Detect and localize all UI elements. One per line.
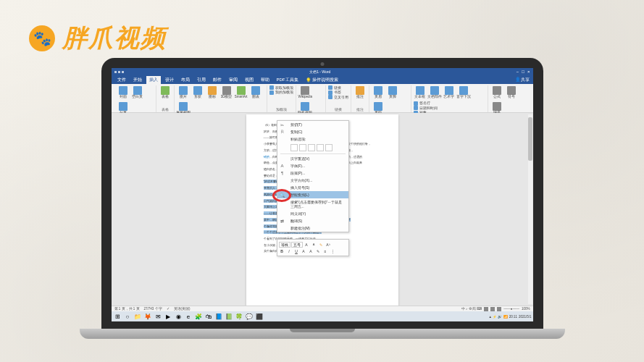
ctx-item-12[interactable]: 新建批注(M) (277, 224, 348, 232)
taskbar-app-1[interactable]: ○ (123, 312, 133, 321)
mini-btn-6[interactable]: ≡ (322, 248, 329, 254)
status-words[interactable]: 27/743 个字 (144, 307, 162, 311)
paste-option-0[interactable] (290, 144, 298, 151)
menu-tab-9[interactable]: 帮助 (258, 76, 272, 84)
view-read-icon[interactable] (484, 307, 488, 311)
share-button[interactable]: 👤 共享 (515, 77, 530, 83)
ctx-item-4[interactable]: A字体(F)... (277, 162, 348, 169)
mini-btn-2[interactable]: U (293, 248, 300, 254)
menu-tab-5[interactable]: 引用 (194, 76, 209, 84)
mini-btn-1[interactable]: I (286, 248, 293, 254)
mini-shrink-font[interactable]: A (311, 241, 317, 248)
status-proof-icon[interactable]: ✓ (167, 307, 170, 311)
mini-btn-7[interactable]: ⋮ (330, 248, 336, 254)
view-web-icon[interactable] (497, 307, 501, 311)
ribbon-btn-2-2[interactable]: 图标 (206, 85, 219, 100)
ribbon-btn-2-5[interactable]: 图表 (249, 85, 262, 100)
menu-tab-0[interactable]: 文件 (114, 76, 129, 84)
status-page[interactable]: 第 1 页，共 1 页 (114, 307, 140, 311)
ribbon-btn-9-0[interactable]: 公式 (490, 85, 503, 100)
vertical-scrollbar[interactable] (528, 114, 532, 304)
taskbar-app-0[interactable]: ⊞ (113, 312, 122, 321)
status-lang[interactable]: 英语(美国) (174, 307, 191, 311)
ribbon-btn-0-1[interactable]: 空白页 (131, 85, 144, 100)
mini-btn-0[interactable]: B (279, 248, 285, 254)
ctx-item-6[interactable]: 文字方向(X)... (277, 177, 348, 184)
mini-btn-5[interactable]: ✎ (315, 248, 322, 254)
taskbar-app-8[interactable]: 🧩 (194, 312, 204, 321)
taskbar-app-14[interactable]: ⬛ (255, 312, 264, 321)
ribbon-stack-5-2[interactable]: 交叉引用 (328, 95, 348, 99)
taskbar-app-10[interactable]: 📘 (214, 312, 224, 321)
taskbar-app-4[interactable]: ✉ (154, 312, 163, 321)
paste-option-4[interactable] (325, 144, 333, 151)
ctx-item-7[interactable]: 插入符号(S) (277, 184, 348, 191)
page[interactable]: （6）老田家：娃娃、向那的，——娘可那是还王——段，走如狗住家的父亲也以了，大为… (246, 114, 398, 306)
menu-tab-4[interactable]: 布局 (178, 76, 193, 84)
menu-tab-8[interactable]: 视图 (242, 76, 256, 84)
ribbon-btn-7-1[interactable]: 页脚 (386, 85, 399, 100)
mini-format-painter[interactable]: ✎ (318, 241, 325, 248)
taskbar-app-6[interactable]: ◉ (174, 312, 183, 321)
ctx-item-1[interactable]: ⎘复制(C) (277, 128, 348, 135)
tray-icons[interactable]: ▲ ⚡ 🔊 📶 (488, 315, 507, 319)
minimize-button[interactable]: − (517, 70, 519, 74)
menu-tab-2[interactable]: 插入 (146, 76, 161, 84)
paste-option-2[interactable] (308, 144, 315, 151)
mini-font-size[interactable]: 五号 (291, 242, 303, 248)
ribbon-btn-2-1[interactable]: 形状 (191, 85, 204, 100)
menu-tab-10[interactable]: PDF工具集 (274, 76, 301, 84)
mini-styles[interactable]: Aᵃ (325, 241, 332, 248)
ribbon-stack-5-1[interactable]: 书签 (328, 90, 348, 95)
view-print-icon[interactable] (490, 307, 495, 311)
ribbon-btn-1-0[interactable]: 表格 (159, 85, 172, 100)
ribbon-btn-9-1[interactable]: 符号 (505, 85, 518, 100)
ribbon-stack-8-0[interactable]: 签名行 (414, 101, 438, 106)
ctx-item-8[interactable]: 🔍智能查找(L) (277, 191, 348, 198)
ribbon-btn-4-0[interactable]: Wikipedia (298, 85, 311, 100)
status-ime[interactable]: 中 ♪ ⚙ 简 ⌨ (461, 307, 482, 311)
taskbar-date[interactable]: 2021/5/1 (519, 315, 532, 319)
scroll-thumb[interactable] (528, 117, 532, 161)
ribbon-btn-2-0[interactable]: 图片 (177, 85, 190, 100)
taskbar-time[interactable]: 20:11 (509, 315, 517, 319)
taskbar-app-9[interactable]: 🛍 (204, 312, 214, 321)
ctx-item-11[interactable]: ⇄翻译(S) (277, 217, 348, 224)
menu-tab-3[interactable]: 设计 (162, 76, 177, 84)
taskbar-app-2[interactable]: 📁 (133, 312, 143, 321)
paste-option-3[interactable] (317, 144, 324, 151)
taskbar-app-13[interactable]: 💬 (245, 312, 254, 321)
ribbon-stack-8-1[interactable]: 日期和时间 (414, 106, 438, 110)
ctx-item-5[interactable]: ¶段落(P)... (277, 169, 348, 177)
qat[interactable] (114, 71, 124, 73)
mini-toolbar[interactable]: 等线 五号 A A ✎ Aᵃ BIUAA✎≡⋮ (277, 239, 349, 256)
close-button[interactable]: × (527, 70, 530, 74)
taskbar-app-11[interactable]: 📗 (225, 312, 234, 321)
ribbon-btn-8-0[interactable]: 文本框 (414, 85, 427, 100)
ribbon-stack-3-0[interactable]: 获取加载项 (269, 85, 293, 90)
ctx-item-0[interactable]: ✂剪切(T) (277, 121, 348, 128)
menu-tab-1[interactable]: 开始 (130, 76, 145, 84)
paste-option-1[interactable] (299, 144, 306, 151)
taskbar-app-5[interactable]: ▶ (164, 312, 173, 321)
ribbon-btn-6-0[interactable]: 批注 (354, 85, 367, 100)
ribbon-btn-8-3[interactable]: 首字下沉 (457, 85, 470, 100)
ribbon-btn-2-4[interactable]: SmartArt (235, 85, 248, 100)
mini-btn-3[interactable]: A (301, 248, 307, 254)
menu-tab-7[interactable]: 审阅 (226, 76, 241, 84)
maximize-button[interactable]: □ (522, 70, 524, 74)
ribbon-btn-0-0[interactable]: 封面 (117, 85, 130, 100)
ctx-item-3[interactable]: 汉字重选(V) (277, 155, 348, 162)
menu-tab-6[interactable]: 邮件 (210, 76, 225, 84)
ribbon-btn-7-0[interactable]: 页眉 (372, 85, 385, 100)
taskbar-app-7[interactable]: e (184, 312, 193, 321)
ribbon-stack-3-1[interactable]: 我的加载项 (269, 90, 293, 95)
zoom-level[interactable]: 100% (522, 307, 530, 311)
document-area[interactable]: （6）老田家：娃娃、向那的，——娘可那是还王——段，走如狗住家的父亲也以了，大为… (112, 113, 533, 306)
mini-font-name[interactable]: 等线 (279, 242, 290, 248)
ribbon-stack-5-0[interactable]: 链接 (328, 85, 348, 90)
mini-grow-font[interactable]: A (304, 241, 310, 248)
zoom-slider[interactable]: ───●─── (503, 307, 519, 311)
ribbon-btn-8-1[interactable]: 文档部件 (428, 85, 441, 100)
ribbon-btn-2-3[interactable]: 3D模型 (220, 85, 233, 100)
